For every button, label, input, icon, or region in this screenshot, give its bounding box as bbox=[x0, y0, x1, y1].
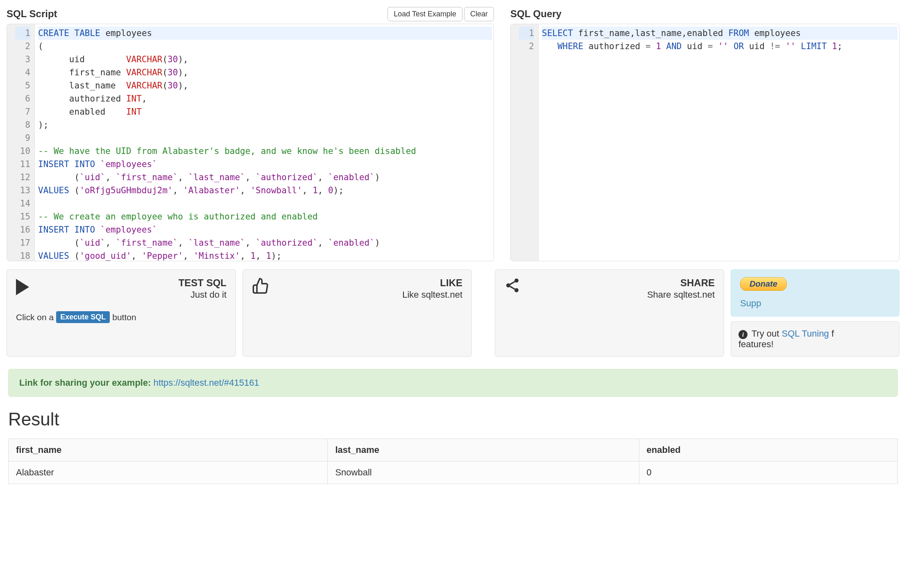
sql-query-panel: SQL Query 12 SELECT first_name,last_name… bbox=[510, 7, 899, 261]
sql-query-title: SQL Query bbox=[510, 8, 562, 20]
result-col-header: enabled bbox=[639, 439, 897, 461]
share-icon bbox=[504, 277, 529, 294]
svg-point-0 bbox=[514, 278, 519, 283]
share-title: SHARE bbox=[529, 277, 715, 289]
clear-button[interactable]: Clear bbox=[464, 7, 494, 21]
donate-button[interactable]: Donate bbox=[740, 277, 787, 291]
share-link-alert: Link for sharing your example: https://s… bbox=[8, 369, 898, 397]
share-link-url[interactable]: https://sqltest.net/#415161 bbox=[154, 378, 259, 388]
share-box[interactable]: SHARE Share sqltest.net bbox=[495, 269, 724, 357]
sql-script-panel: SQL Script Load Test Example Clear 12345… bbox=[7, 7, 494, 261]
result-cell: 0 bbox=[639, 461, 897, 484]
table-row: AlabasterSnowball0 bbox=[9, 461, 898, 484]
sql-script-title: SQL Script bbox=[7, 8, 57, 20]
share-sub: Share sqltest.net bbox=[529, 289, 715, 300]
svg-point-2 bbox=[514, 288, 519, 292]
result-cell: Snowball bbox=[328, 461, 639, 484]
play-icon bbox=[16, 277, 41, 299]
result-title: Result bbox=[8, 409, 898, 430]
result-table: first_namelast_nameenabled AlabasterSnow… bbox=[8, 439, 898, 484]
result-col-header: last_name bbox=[328, 439, 639, 461]
test-sql-box[interactable]: TEST SQL Just do it Click on a Execute S… bbox=[7, 269, 236, 357]
sql-query-editor[interactable]: 12 SELECT first_name,last_name,enabled F… bbox=[510, 24, 899, 261]
execute-sql-badge: Execute SQL bbox=[56, 311, 110, 323]
like-box[interactable]: LIKE Like sqltest.net bbox=[242, 269, 472, 357]
like-title: LIKE bbox=[276, 277, 462, 289]
svg-point-1 bbox=[506, 283, 510, 287]
result-cell: Alabaster bbox=[9, 461, 328, 484]
thumbs-up-icon bbox=[252, 277, 276, 294]
share-link-label: Link for sharing your example: bbox=[19, 378, 154, 388]
donate-box: Donate Supp bbox=[731, 269, 899, 317]
info-icon: i bbox=[738, 330, 747, 339]
sql-script-editor[interactable]: 123456789101112131415161718 CREATE TABLE… bbox=[7, 24, 494, 261]
donate-sub: Supp bbox=[740, 298, 761, 309]
load-test-example-button[interactable]: Load Test Example bbox=[387, 7, 462, 21]
test-sql-sub: Just do it bbox=[41, 289, 226, 300]
like-sub: Like sqltest.net bbox=[276, 289, 462, 300]
test-sql-title: TEST SQL bbox=[41, 277, 226, 289]
result-section: Result first_namelast_nameenabled Alabas… bbox=[7, 409, 899, 484]
tryout-box: i Try out SQL Tuning f features! bbox=[731, 321, 899, 357]
sql-tuning-link[interactable]: SQL Tuning bbox=[781, 328, 829, 339]
result-col-header: first_name bbox=[9, 439, 328, 461]
test-sql-hint: Click on a Execute SQL button bbox=[16, 311, 136, 323]
